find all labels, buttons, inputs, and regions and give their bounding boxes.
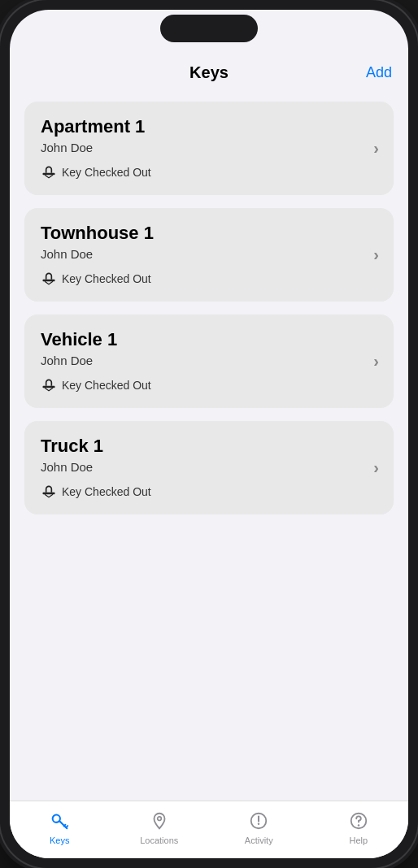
help-tab-icon: [347, 809, 370, 832]
key-card-content-3: Vehicle 1 John Doe Key Checked Out: [41, 329, 373, 393]
svg-line-6: [64, 825, 66, 827]
locations-tab-icon: [148, 809, 171, 832]
keys-tab-icon: [48, 809, 71, 832]
tab-bar: Keys Locations: [10, 801, 408, 858]
key-card-content-4: Truck 1 John Doe Key Checked Out: [41, 436, 373, 500]
tab-locations-label: Locations: [140, 835, 178, 845]
key-status-1: Key Checked Out: [41, 164, 373, 180]
key-name-3: Vehicle 1: [41, 329, 373, 350]
tab-keys-label: Keys: [50, 835, 69, 845]
activity-tab-icon: [247, 809, 270, 832]
svg-rect-1: [43, 280, 55, 282]
checkout-icon-3: [41, 377, 57, 393]
key-name-2: Townhouse 1: [41, 223, 373, 244]
phone-screen: Keys Add Apartment 1 John Doe: [10, 10, 408, 858]
key-status-text-3: Key Checked Out: [62, 379, 151, 392]
chevron-icon-3: ›: [373, 352, 379, 371]
key-status-text-1: Key Checked Out: [62, 166, 151, 179]
chevron-icon-4: ›: [373, 458, 379, 477]
svg-point-13: [358, 824, 359, 826]
svg-rect-2: [43, 386, 55, 388]
checkout-icon-4: [41, 484, 57, 500]
key-card-content-2: Townhouse 1 John Doe Key Checked Out: [41, 223, 373, 287]
checkout-icon-1: [41, 164, 57, 180]
key-name-1: Apartment 1: [41, 116, 373, 137]
key-status-text-2: Key Checked Out: [62, 272, 151, 285]
header: Keys Add: [10, 57, 408, 92]
key-card-2[interactable]: Townhouse 1 John Doe Key Checked Out: [24, 208, 394, 302]
tab-locations[interactable]: Locations: [110, 809, 210, 845]
svg-point-11: [258, 823, 259, 825]
svg-rect-3: [43, 493, 55, 495]
key-person-2: John Doe: [41, 247, 373, 261]
tab-activity-label: Activity: [245, 835, 273, 845]
phone-frame: Keys Add Apartment 1 John Doe: [0, 0, 418, 868]
tab-help-label: Help: [349, 835, 368, 845]
key-name-4: Truck 1: [41, 436, 373, 457]
key-card-3[interactable]: Vehicle 1 John Doe Key Checked Out: [24, 315, 394, 408]
svg-rect-0: [43, 173, 55, 176]
key-person-3: John Doe: [41, 354, 373, 367]
key-card-4[interactable]: Truck 1 John Doe Key Checked Out: [24, 421, 394, 514]
key-status-2: Key Checked Out: [41, 271, 373, 287]
svg-line-7: [67, 826, 68, 827]
chevron-icon-1: ›: [373, 139, 379, 158]
dynamic-island: [160, 15, 258, 42]
add-button[interactable]: Add: [366, 64, 392, 81]
key-status-4: Key Checked Out: [41, 484, 373, 500]
page-title: Keys: [189, 63, 229, 82]
key-person-4: John Doe: [41, 460, 373, 474]
key-card-1[interactable]: Apartment 1 John Doe Key Checked Out: [24, 102, 394, 195]
key-card-content-1: Apartment 1 John Doe Key Checked Out: [41, 116, 373, 180]
tab-help[interactable]: Help: [309, 809, 409, 845]
checkout-icon-2: [41, 271, 57, 287]
keys-list: Apartment 1 John Doe Key Checked Out: [10, 92, 408, 801]
key-status-text-4: Key Checked Out: [62, 485, 151, 498]
tab-activity[interactable]: Activity: [209, 809, 309, 845]
key-status-3: Key Checked Out: [41, 377, 373, 393]
chevron-icon-2: ›: [373, 245, 379, 264]
tab-keys[interactable]: Keys: [10, 809, 110, 845]
key-person-1: John Doe: [41, 141, 373, 154]
svg-point-8: [157, 817, 161, 821]
